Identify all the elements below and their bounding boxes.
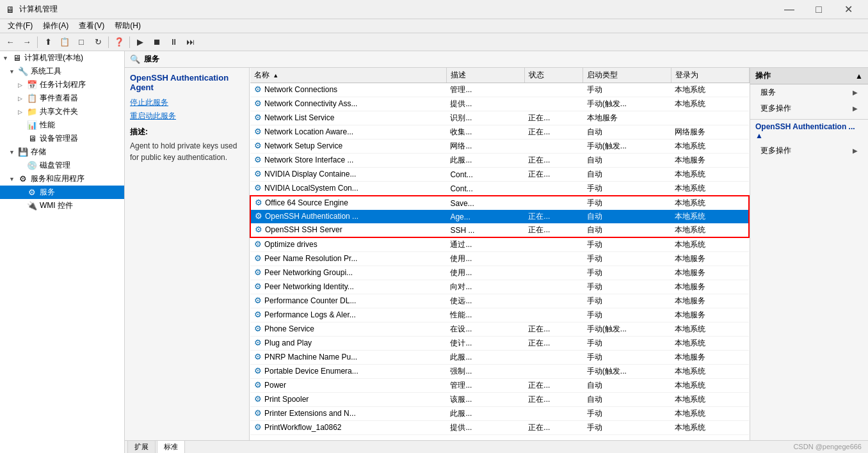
sidebar-item-storage[interactable]: ▼ 💾 存储 [0, 145, 124, 159]
table-row[interactable]: ⚙PNRP Machine Name Pu...此服...手动本地服务 [250, 351, 749, 365]
forward-button[interactable]: → [19, 35, 35, 49]
toolbar: ← → ⬆ 📋 □ ↻ ❓ ▶ ⏹ ⏸ ⏭ [0, 33, 868, 51]
title-bar: 🖥 计算机管理 — □ ✕ [0, 0, 868, 19]
table-row[interactable]: ⚙Printer Extensions and N...此服...手动本地系统 [250, 407, 749, 421]
table-row[interactable]: ⚙Performance Counter DL...使远...手动本地服务 [250, 294, 749, 308]
show-hide-button[interactable]: 📋 [57, 35, 72, 49]
action-item-more[interactable]: 更多操作 ▶ [750, 100, 868, 116]
service-gear-icon: ⚙ [255, 211, 262, 221]
table-row[interactable]: ⚙Network Setup Service网络...手动(触发...本地系统 [250, 139, 749, 154]
table-row[interactable]: ⚙NVIDIA LocalSystem Con...Cont...手动本地系统 [250, 182, 749, 196]
table-row[interactable]: ⚙Peer Networking Groupi...使用...手动本地服务 [250, 266, 749, 280]
sidebar-item-shared-folders[interactable]: ▷ 📁 共享文件夹 [0, 105, 124, 118]
show-hide-button2[interactable]: □ [74, 35, 89, 49]
table-row[interactable]: ⚙PrintWorkflow_1a0862提供...正在...手动本地系统 [250, 421, 749, 435]
service-desc: 使用... [446, 252, 524, 266]
play-button[interactable]: ▶ [133, 35, 148, 49]
table-row[interactable]: ⚙NVIDIA Display Containe...Cont...正在...自… [250, 168, 749, 182]
table-row[interactable]: ⚙Power管理...正在...自动本地系统 [250, 379, 749, 393]
col-header-desc[interactable]: 描述 [446, 68, 524, 83]
table-row[interactable]: ⚙Network Connections管理...手动本地系统 [250, 83, 749, 97]
col-header-status[interactable]: 状态 [524, 68, 583, 83]
desc-text: Agent to hold private keys used for publ… [130, 140, 244, 163]
service-login: 本地服务 [671, 308, 749, 322]
table-row[interactable]: ⚙OpenSSH Authentication ...Age...正在...自动… [250, 210, 749, 223]
expand-arrow-event: ▷ [18, 95, 27, 102]
col-header-startup[interactable]: 启动类型 [583, 68, 671, 83]
sidebar-label-storage: 存储 [31, 147, 46, 157]
stop-service-link[interactable]: 停止此服务 [130, 97, 244, 108]
table-row[interactable]: ⚙Office 64 Source EngineSave...手动本地系统 [250, 196, 749, 210]
sidebar-item-performance[interactable]: 📊 性能 [0, 118, 124, 132]
service-name: OpenSSH Authentication ... [265, 212, 358, 221]
table-row[interactable]: ⚙Performance Logs & Aler...性能...手动本地服务 [250, 308, 749, 322]
table-row[interactable]: ⚙Network List Service识别...正在...本地服务 [250, 111, 749, 125]
table-row[interactable]: ⚙Print Spooler该服...正在...自动本地系统 [250, 393, 749, 407]
service-startup: 手动 [583, 407, 671, 421]
action-item-more2[interactable]: 更多操作 ▶ [750, 143, 868, 159]
service-name: Network Store Interface ... [264, 155, 353, 164]
pause-button[interactable]: ⏸ [166, 35, 181, 49]
service-login: 本地系统 [671, 223, 749, 237]
table-row[interactable]: ⚙Network Store Interface ...此服...正在...自动… [250, 154, 749, 168]
services-tbody: ⚙Network Connections管理...手动本地系统⚙Network … [250, 83, 749, 435]
col-header-login[interactable]: 登录为 [671, 68, 749, 83]
table-row[interactable]: ⚙Portable Device Enumera...强制...手动(触发...… [250, 365, 749, 379]
table-row[interactable]: ⚙Network Location Aware...收集...正在...自动网络… [250, 125, 749, 139]
service-login: 本地服务 [671, 252, 749, 266]
service-desc: 此服... [446, 351, 524, 365]
services-header-bar: 🔍 服务 [125, 51, 868, 68]
service-startup: 手动 [583, 337, 671, 351]
col-header-name[interactable]: 名称 ▲ [250, 68, 446, 83]
sidebar-item-services[interactable]: ⚙ 服务 [0, 186, 124, 199]
maximize-button[interactable]: □ [804, 0, 833, 19]
service-desc: 使用... [446, 266, 524, 280]
stop-button[interactable]: ⏹ [149, 35, 165, 49]
sidebar-item-event-viewer[interactable]: ▷ 📋 事件查看器 [0, 91, 124, 105]
sidebar-item-wmi[interactable]: 🔌 WMI 控件 [0, 199, 124, 212]
action-more-label: 更多操作 [760, 103, 791, 114]
table-row[interactable]: ⚙OpenSSH SSH ServerSSH ...正在...自动本地系统 [250, 223, 749, 237]
toolbar-separator-2 [108, 36, 109, 48]
tab-standard[interactable]: 标准 [157, 440, 185, 453]
menu-item-a[interactable]: 操作(A) [38, 19, 74, 33]
service-desc: 在设... [446, 322, 524, 337]
table-row[interactable]: ⚙Optimize drives通过...手动本地系统 [250, 237, 749, 252]
sidebar-item-disk-management[interactable]: 💿 磁盘管理 [0, 159, 124, 172]
sidebar-item-device-manager[interactable]: 🖥 设备管理器 [0, 132, 124, 145]
sidebar-item-system-tools[interactable]: ▼ 🔧 系统工具 [0, 65, 124, 78]
table-row[interactable]: ⚙Peer Name Resolution Pr...使用...手动本地服务 [250, 252, 749, 266]
service-status [524, 280, 583, 294]
menu-item-f[interactable]: 文件(F) [3, 19, 38, 33]
menu-item-v[interactable]: 查看(V) [74, 19, 109, 33]
sidebar-item-services-apps[interactable]: ▼ ⚙ 服务和应用程序 [0, 172, 124, 186]
service-name: NVIDIA Display Containe... [264, 170, 356, 179]
table-row[interactable]: ⚙Plug and Play使计...正在...手动本地系统 [250, 337, 749, 351]
service-startup: 手动 [583, 266, 671, 280]
table-row[interactable]: ⚙Phone Service在设...正在...手动(触发...本地系统 [250, 322, 749, 337]
refresh-button[interactable]: ↻ [90, 35, 106, 49]
menu-item-h[interactable]: 帮助(H) [109, 19, 146, 33]
sidebar-item-computer-management[interactable]: ▼ 🖥 计算机管理(本地) [0, 51, 124, 65]
tab-extend[interactable]: 扩展 [127, 440, 156, 453]
expand-arrow-apps: ▼ [9, 176, 18, 182]
action-item-services[interactable]: 服务 ▶ [750, 84, 868, 100]
help-button[interactable]: ❓ [111, 35, 127, 49]
close-button[interactable]: ✕ [833, 0, 863, 19]
service-status [524, 83, 583, 97]
table-row[interactable]: ⚙Peer Networking Identity...向对...手动本地服务 [250, 280, 749, 294]
service-status [524, 351, 583, 365]
service-gear-icon: ⚙ [254, 296, 262, 305]
up-button[interactable]: ⬆ [40, 35, 56, 49]
service-startup: 手动 [583, 252, 671, 266]
sidebar-item-task-scheduler[interactable]: ▷ 📅 任务计划程序 [0, 78, 124, 91]
service-login: 本地服务 [671, 280, 749, 294]
minimize-button[interactable]: — [775, 0, 804, 19]
service-desc: 强制... [446, 365, 524, 379]
restart-service-link[interactable]: 重启动此服务 [130, 111, 244, 122]
service-desc: Save... [446, 196, 524, 210]
table-row[interactable]: ⚙Network Connectivity Ass...提供...手动(触发..… [250, 97, 749, 111]
restart-button[interactable]: ⏭ [182, 35, 198, 49]
service-name: Phone Service [264, 324, 314, 333]
back-button[interactable]: ← [3, 35, 18, 49]
